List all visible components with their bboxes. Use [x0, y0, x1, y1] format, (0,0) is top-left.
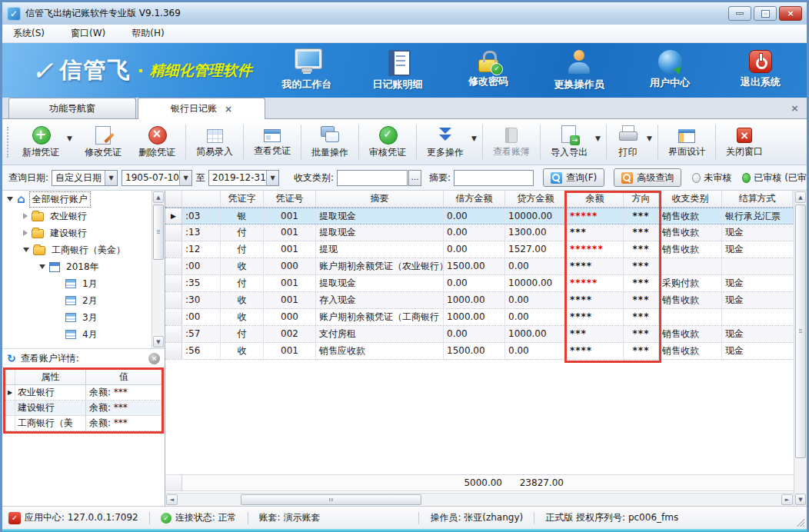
column-header-summary[interactable]: 摘要: [316, 191, 444, 207]
totals-word: [221, 475, 264, 490]
tree-item[interactable]: 2018年: [2, 258, 165, 275]
dropdown-caret-icon[interactable]: ▼: [595, 135, 601, 142]
date-from-select[interactable]: 1905-07-10▼: [122, 170, 192, 186]
grid-row[interactable]: :00收000账户期初余额凭证（工商银行（美金））1000.000.00****…: [165, 309, 807, 326]
tree-item[interactable]: 农业银行: [2, 208, 165, 224]
account-row[interactable]: 工商银行（美余额: ***: [5, 416, 161, 431]
scroll-up-icon[interactable]: ▲: [153, 191, 164, 203]
view-voucher-button[interactable]: 查看凭证: [245, 125, 299, 159]
grid-row[interactable]: :35付001提取现金0.0010000.00********采购付款现金: [165, 275, 807, 292]
batch-operation-button[interactable]: 批量操作: [303, 123, 357, 161]
new-voucher-button[interactable]: ▼新增凭证: [14, 123, 76, 161]
close-window-button[interactable]: 关闭窗口: [717, 124, 771, 160]
column-header-prop[interactable]: 属性: [15, 370, 86, 384]
column-header-category[interactable]: 收支类别: [659, 191, 722, 207]
grid-row[interactable]: :00收000账户期初余额凭证（农业银行）1500.000.00*******: [165, 258, 807, 275]
expander-icon[interactable]: [7, 197, 13, 201]
date-mode-select[interactable]: 自定义日期▼: [52, 170, 118, 186]
grid-row[interactable]: :56收001销售应收款1500.000.00*******销售收款现金: [165, 343, 807, 360]
column-header-debit[interactable]: 借方金额: [444, 191, 505, 207]
column-header-word[interactable]: 凭证字: [221, 191, 264, 207]
minimize-button[interactable]: [728, 6, 751, 21]
grid-row[interactable]: :12付001提现0.001527.00*********销售收款现金: [165, 241, 807, 258]
account-row[interactable]: 建设银行余额: ***: [5, 401, 161, 416]
delete-voucher-button[interactable]: 删除凭证: [130, 123, 184, 161]
menu-system[interactable]: 系统(S): [10, 25, 48, 42]
column-header-time[interactable]: [182, 191, 221, 207]
refresh-icon[interactable]: ↻: [7, 352, 16, 364]
column-header-settle[interactable]: 结算方式: [722, 191, 793, 207]
strip-close-icon[interactable]: ×: [791, 102, 799, 114]
easy-entry-button[interactable]: 简易录入: [188, 125, 241, 160]
import-export-button[interactable]: ▼导入导出: [542, 123, 604, 161]
dropdown-caret-icon[interactable]: ▼: [67, 135, 72, 142]
banner-action-switch-operator[interactable]: 更换操作员: [547, 49, 611, 91]
scroll-down-icon[interactable]: ▼: [153, 336, 164, 347]
category-picker-button[interactable]: …: [408, 170, 421, 186]
vscroll-thumb[interactable]: [795, 204, 806, 458]
column-header-no[interactable]: 凭证号: [264, 191, 316, 207]
tree-item[interactable]: 工商银行（美金）: [2, 241, 165, 258]
expander-icon[interactable]: [23, 213, 28, 219]
banner-action-journal-detail[interactable]: 日记账明细: [365, 49, 430, 91]
grid-row[interactable]: :13付001提取现金0.001300.00******销售收款现金: [165, 224, 807, 241]
category-input[interactable]: [337, 170, 408, 186]
expander-icon[interactable]: [23, 248, 29, 252]
vertical-scrollbar[interactable]: ▲ ▼: [794, 191, 807, 506]
print-button[interactable]: ▼打印: [608, 123, 656, 161]
date-to-select[interactable]: 2019-12-31▼: [208, 170, 279, 186]
column-header-direction[interactable]: 方向: [624, 191, 659, 207]
banner-action-exit-system[interactable]: 退出系统: [728, 49, 793, 91]
tree-item[interactable]: 3月: [2, 309, 165, 326]
audited-radio-icon[interactable]: [742, 173, 751, 183]
column-header-value[interactable]: 值: [86, 370, 161, 384]
account-row[interactable]: ▶农业银行余额: ***: [5, 385, 161, 401]
more-actions-button[interactable]: ▼更多操作: [418, 123, 481, 161]
restore-button[interactable]: [754, 6, 777, 21]
tree-scrollbar[interactable]: ▲ ▼: [151, 191, 165, 348]
scroll-left-icon[interactable]: ◄: [166, 494, 178, 505]
tree-item[interactable]: 建设银行: [2, 224, 165, 241]
tree-item[interactable]: 4月: [2, 326, 165, 343]
horizontal-scrollbar[interactable]: ◄ ►: [165, 493, 794, 506]
column-header-balance[interactable]: 余额: [567, 191, 624, 207]
tree-items: 全部银行账户农业银行建设银行工商银行（美金）2018年1月2月3月4月: [2, 191, 165, 343]
tree-item[interactable]: 2月: [2, 292, 165, 309]
menu-window[interactable]: 窗口(W): [68, 25, 108, 42]
dropdown-caret-icon[interactable]: ▼: [647, 135, 652, 142]
tree-scroll-thumb[interactable]: [153, 204, 164, 260]
summary-input[interactable]: [454, 170, 534, 186]
app-center-icon: ✓: [8, 512, 21, 524]
close-button[interactable]: ×: [779, 6, 802, 21]
grid-row[interactable]: ▶:03银001提取现金0.0010000.00********销售收款银行承兑…: [165, 208, 807, 224]
scroll-up-icon[interactable]: ▲: [795, 191, 806, 203]
hscroll-thumb[interactable]: [241, 494, 421, 505]
tab-0[interactable]: 功能导航窗: [8, 98, 136, 118]
banner-action-user-center[interactable]: 用户中心: [638, 49, 702, 91]
expander-icon[interactable]: [23, 230, 28, 236]
operator-text: 操作员: 张亚(zhangy): [430, 511, 523, 524]
tab-1[interactable]: 银行日记账×: [138, 98, 265, 119]
panel-close-icon[interactable]: ×: [148, 353, 160, 364]
advanced-query-button[interactable]: 高级查询: [614, 168, 681, 187]
resize-grip[interactable]: [797, 519, 804, 527]
menu-help[interactable]: 帮助(H): [128, 25, 167, 42]
tab-close-icon[interactable]: ×: [225, 104, 232, 115]
column-header-credit[interactable]: 贷方金额: [505, 191, 567, 207]
dropdown-caret-icon[interactable]: ▼: [471, 135, 477, 142]
expander-icon[interactable]: [39, 264, 45, 269]
scroll-down-icon[interactable]: ▼: [795, 494, 806, 505]
tree-item[interactable]: 全部银行账户: [2, 191, 165, 208]
cell-settle: 现金: [722, 275, 793, 291]
unaudited-radio-icon[interactable]: [692, 173, 701, 183]
banner-action-change-password[interactable]: 修改密码: [456, 49, 521, 91]
edit-voucher-button[interactable]: 修改凭证: [76, 123, 130, 161]
query-button[interactable]: 查询(F): [543, 168, 604, 187]
audit-voucher-button[interactable]: 审核凭证: [361, 123, 414, 161]
grid-row[interactable]: :30收001存入现金1000.000.00*******销售收款现金: [165, 292, 807, 309]
ui-design-button[interactable]: 界面设计: [660, 125, 714, 160]
tree-item[interactable]: 1月: [2, 275, 165, 292]
grid-row[interactable]: :57付002支付房租0.001000.00******销售收款现金: [165, 326, 807, 343]
banner-action-workstation[interactable]: 我的工作台: [275, 49, 339, 91]
scroll-right-icon[interactable]: ►: [781, 494, 793, 505]
